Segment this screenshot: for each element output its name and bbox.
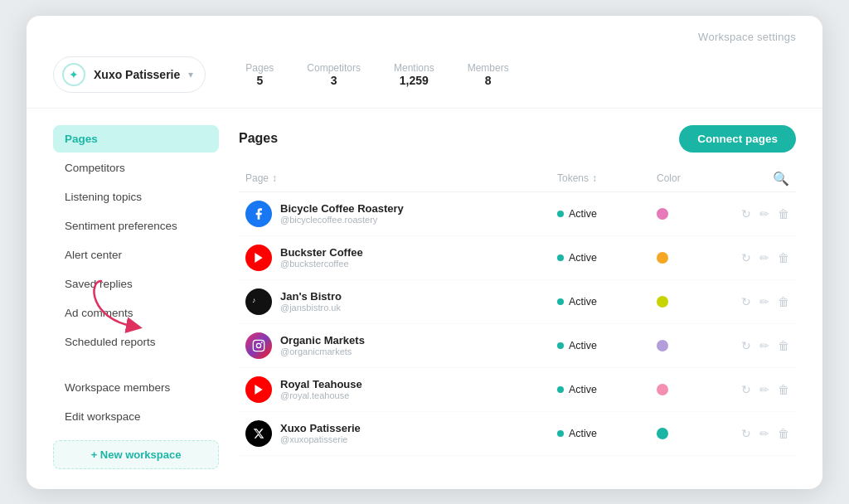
page-handle: @royal.teahouse xyxy=(280,390,362,400)
refresh-icon[interactable]: ↻ xyxy=(741,339,751,352)
workspace-logo: ✦ xyxy=(62,63,85,86)
delete-icon[interactable]: 🗑 xyxy=(778,339,789,352)
status-dot xyxy=(557,386,564,393)
delete-icon[interactable]: 🗑 xyxy=(778,383,789,396)
page-name: Buckster Coffee xyxy=(280,246,363,259)
status-badge: Active xyxy=(557,208,657,220)
page-name: Jan's Bistro xyxy=(280,290,342,303)
color-cell xyxy=(657,208,723,220)
page-handle: @buckstercoffee xyxy=(280,259,363,269)
sidebar-item-sentiment-preferences[interactable]: Sentiment preferences xyxy=(53,212,219,240)
row-actions: ↻ ✏ 🗑 xyxy=(723,383,789,396)
page-cell: Organic Markets @organicmarkets xyxy=(245,332,557,359)
edit-icon[interactable]: ✏ xyxy=(759,207,769,220)
main-content: PagesCompetitorsListening topicsSentimen… xyxy=(27,109,822,489)
table-row: Organic Markets @organicmarkets Active ↻… xyxy=(239,324,796,368)
chevron-down-icon: ▾ xyxy=(188,69,193,80)
table-row: Royal Teahouse @royal.teahouse Active ↻ … xyxy=(239,368,796,412)
twitter-icon xyxy=(245,420,272,447)
color-dot xyxy=(657,384,668,395)
status-badge: Active xyxy=(557,428,657,439)
stat-value: 5 xyxy=(256,74,263,87)
page-handle: @xuxopatisserie xyxy=(280,434,361,444)
status-dot xyxy=(557,298,564,305)
table-row: Bicycle Coffee Roastery @bicyclecoffee.r… xyxy=(239,192,796,236)
refresh-icon[interactable]: ↻ xyxy=(741,207,751,220)
delete-icon[interactable]: 🗑 xyxy=(778,427,789,440)
sidebar-item-alert-center[interactable]: Alert center xyxy=(53,241,219,269)
svg-marker-5 xyxy=(255,385,262,395)
sidebar-item-workspace-members[interactable]: Workspace members xyxy=(53,374,219,401)
col-actions: 🔍 xyxy=(723,171,789,187)
sidebar-item-listening-topics[interactable]: Listening topics xyxy=(53,183,219,211)
page-handle: @jansbistro.uk xyxy=(280,303,342,313)
connect-pages-button[interactable]: Connect pages xyxy=(679,125,796,153)
table-header: Page ↕ Tokens ↕ Color 🔍 xyxy=(239,166,796,192)
row-actions: ↻ ✏ 🗑 xyxy=(723,339,789,352)
new-workspace-button[interactable]: + New workspace xyxy=(53,440,219,469)
status-dot xyxy=(557,211,564,217)
sidebar-item-saved-replies[interactable]: Saved replies xyxy=(53,270,219,298)
color-dot xyxy=(657,296,668,308)
sidebar-item-pages[interactable]: Pages xyxy=(53,125,219,153)
stat-label: Pages xyxy=(245,62,274,74)
table-body: Bicycle Coffee Roastery @bicyclecoffee.r… xyxy=(239,192,796,456)
stat-label: Mentions xyxy=(394,62,434,74)
sidebar-item-edit-workspace[interactable]: Edit workspace xyxy=(53,403,219,430)
sort-icon: ↕ xyxy=(272,172,277,184)
edit-icon[interactable]: ✏ xyxy=(759,295,769,308)
page-name: Organic Markets xyxy=(280,334,365,346)
color-cell xyxy=(657,252,723,264)
stat-label: Competitors xyxy=(307,62,361,74)
svg-marker-0 xyxy=(255,253,262,263)
refresh-icon[interactable]: ↻ xyxy=(741,295,751,308)
page-cell: Xuxo Patisserie @xuxopatisserie xyxy=(245,420,557,447)
content-area: Pages Connect pages Page ↕ Tokens ↕ Colo… xyxy=(239,125,796,469)
color-dot xyxy=(657,340,668,351)
youtube-icon xyxy=(245,245,272,271)
stat-value: 1,259 xyxy=(400,74,429,87)
status-dot xyxy=(557,254,564,261)
sidebar-item-ad-comments[interactable]: Ad comments xyxy=(53,299,219,327)
tiktok-icon: ♪ xyxy=(245,288,272,315)
delete-icon[interactable]: 🗑 xyxy=(778,295,789,308)
color-dot xyxy=(657,208,668,220)
refresh-icon[interactable]: ↻ xyxy=(741,427,751,440)
edit-icon[interactable]: ✏ xyxy=(759,339,769,352)
top-bar: Workspace settings xyxy=(27,16,822,50)
row-actions: ↻ ✏ 🗑 xyxy=(723,207,789,220)
color-cell xyxy=(657,384,723,395)
status-badge: Active xyxy=(557,252,657,264)
delete-icon[interactable]: 🗑 xyxy=(778,207,789,220)
main-window: Workspace settings ✦ Xuxo Patisserie ▾ P… xyxy=(27,16,822,489)
workspace-name: Xuxo Patisserie xyxy=(94,68,180,81)
page-cell: ♪ Jan's Bistro @jansbistro.uk xyxy=(245,288,557,315)
svg-text:♪: ♪ xyxy=(252,296,255,304)
table-row: Xuxo Patisserie @xuxopatisserie Active ↻… xyxy=(239,412,796,456)
refresh-icon[interactable]: ↻ xyxy=(741,383,751,396)
col-color: Color xyxy=(657,171,723,187)
stat-competitors: Competitors 3 xyxy=(307,62,361,87)
edit-icon[interactable]: ✏ xyxy=(759,383,769,396)
svg-point-3 xyxy=(256,343,260,347)
status-badge: Active xyxy=(557,384,657,395)
color-dot xyxy=(657,428,668,439)
refresh-icon[interactable]: ↻ xyxy=(741,251,751,264)
stat-value: 8 xyxy=(485,74,492,87)
content-header: Pages Connect pages xyxy=(239,125,796,153)
edit-icon[interactable]: ✏ xyxy=(759,427,769,440)
delete-icon[interactable]: 🗑 xyxy=(778,251,789,264)
status-badge: Active xyxy=(557,340,657,351)
header-row: ✦ Xuxo Patisserie ▾ Pages 5Competitors 3… xyxy=(27,50,822,109)
row-actions: ↻ ✏ 🗑 xyxy=(723,427,789,440)
workspace-selector[interactable]: ✦ Xuxo Patisserie ▾ xyxy=(53,56,206,93)
stat-value: 3 xyxy=(331,74,337,87)
svg-rect-2 xyxy=(253,340,264,351)
status-dot xyxy=(557,430,564,437)
sidebar-item-scheduled-reports[interactable]: Scheduled reports xyxy=(53,328,219,356)
content-title: Pages xyxy=(239,131,278,146)
edit-icon[interactable]: ✏ xyxy=(759,251,769,264)
col-page: Page ↕ xyxy=(245,171,557,187)
table-search-icon[interactable]: 🔍 xyxy=(773,171,789,187)
sidebar-item-competitors[interactable]: Competitors xyxy=(53,154,219,182)
